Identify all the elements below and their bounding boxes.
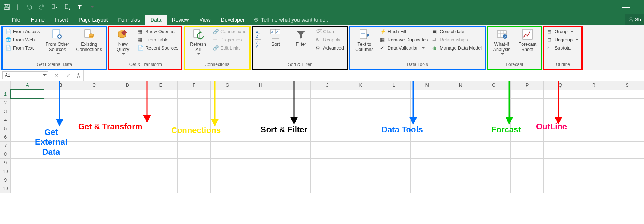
cell-I1[interactable] xyxy=(277,90,311,99)
cell-D9[interactable] xyxy=(111,159,144,167)
cell-R6[interactable] xyxy=(577,133,610,142)
col-header-Q[interactable]: Q xyxy=(544,81,577,90)
cell-B4[interactable] xyxy=(44,116,77,124)
forecast-sheet-button[interactable]: Forecast Sheet xyxy=(516,28,539,53)
cell-B3[interactable] xyxy=(44,107,77,116)
row-header-5[interactable]: 5 xyxy=(0,124,11,133)
cell-C1[interactable] xyxy=(77,90,111,99)
cell-A2[interactable] xyxy=(11,99,44,107)
cell-M1[interactable] xyxy=(411,90,444,99)
cell-O7[interactable] xyxy=(477,142,511,150)
cell-O5[interactable] xyxy=(477,124,511,133)
cell-J2[interactable] xyxy=(310,99,344,107)
cell-O6[interactable] xyxy=(477,133,511,142)
cell-F6[interactable] xyxy=(177,133,211,142)
cell-M5[interactable] xyxy=(411,124,444,133)
cell-D3[interactable] xyxy=(111,107,144,116)
cell-I9[interactable] xyxy=(277,176,311,184)
cell-S1[interactable] xyxy=(610,90,644,99)
row-header-3[interactable]: 3 xyxy=(0,107,11,116)
cell-E7[interactable] xyxy=(144,142,178,150)
row-header-9[interactable]: 9 xyxy=(0,176,11,184)
cell-J10[interactable] xyxy=(310,167,344,176)
cell-J4[interactable] xyxy=(310,116,344,124)
cell-A6[interactable] xyxy=(11,133,44,142)
cell-G6[interactable] xyxy=(211,133,244,142)
cell-P4[interactable] xyxy=(510,116,544,124)
cell-C6[interactable] xyxy=(77,133,111,142)
tab-formulas[interactable]: Formulas xyxy=(113,15,145,25)
cell-P7[interactable] xyxy=(510,142,544,150)
cell-I9[interactable] xyxy=(277,159,311,167)
qat-dropdown-icon[interactable] xyxy=(89,4,92,10)
cell-R9[interactable] xyxy=(577,176,610,184)
cell-R9[interactable] xyxy=(577,159,610,167)
cell-D6[interactable] xyxy=(111,133,144,142)
cell-M8[interactable] xyxy=(411,150,444,159)
tab-view[interactable]: View xyxy=(194,15,216,25)
cell-S8[interactable] xyxy=(610,150,644,159)
cell-F9[interactable] xyxy=(177,176,211,184)
cell-O10[interactable] xyxy=(477,167,511,176)
cell-N9[interactable] xyxy=(444,159,477,167)
from-table-button[interactable]: ▦From Table xyxy=(136,36,180,44)
cell-J1[interactable] xyxy=(310,90,344,99)
cell-S7[interactable] xyxy=(610,142,644,150)
cell-F3[interactable] xyxy=(177,107,211,116)
cell-G5[interactable] xyxy=(211,124,244,133)
cell-D5[interactable] xyxy=(111,124,144,133)
cell-A7[interactable] xyxy=(11,142,44,150)
cell-K4[interactable] xyxy=(344,116,377,124)
cell-E9[interactable] xyxy=(144,176,178,184)
cell-I2[interactable] xyxy=(277,99,311,107)
cell-Q3[interactable] xyxy=(544,107,577,116)
col-header-A[interactable]: A xyxy=(11,81,44,90)
cell-K10[interactable] xyxy=(344,184,377,193)
col-header-P[interactable]: P xyxy=(510,81,544,90)
sort-button[interactable]: ZA Sort xyxy=(264,28,287,48)
cell-H2[interactable] xyxy=(244,99,277,107)
text-to-columns-button[interactable]: Text to Columns xyxy=(352,28,377,53)
filter-icon[interactable] xyxy=(77,4,83,10)
cell-R10[interactable] xyxy=(577,167,610,176)
cell-E10[interactable] xyxy=(144,167,178,176)
cell-P5[interactable] xyxy=(510,124,544,133)
cell-C10[interactable] xyxy=(77,167,111,176)
row-header-4[interactable]: 4 xyxy=(0,116,11,124)
cell-Q5[interactable] xyxy=(544,124,577,133)
cell-A4[interactable] xyxy=(11,116,44,124)
row-header-10[interactable]: 10 xyxy=(0,184,11,193)
cell-F9[interactable] xyxy=(177,159,211,167)
cell-L3[interactable] xyxy=(377,107,411,116)
cell-L4[interactable] xyxy=(377,116,411,124)
cell-N10[interactable] xyxy=(444,167,477,176)
sort-asc-button[interactable]: A↓Z xyxy=(255,29,262,40)
tab-home[interactable]: Home xyxy=(26,15,50,25)
cell-H1[interactable] xyxy=(244,90,277,99)
cell-N2[interactable] xyxy=(444,99,477,107)
cell-K7[interactable] xyxy=(344,142,377,150)
col-header-N[interactable]: N xyxy=(444,81,477,90)
cell-H9[interactable] xyxy=(244,159,277,167)
sort-desc-button[interactable]: Z↓A xyxy=(255,40,262,50)
cell-K8[interactable] xyxy=(344,150,377,159)
cell-L9[interactable] xyxy=(377,159,411,167)
remove-duplicates-button[interactable]: ▦Remove Duplicates xyxy=(379,36,429,44)
data-validation-button[interactable]: ✔Data Validation xyxy=(379,44,429,52)
row-header-2[interactable]: 2 xyxy=(0,99,11,107)
cell-L10[interactable] xyxy=(377,184,411,193)
cell-P2[interactable] xyxy=(510,99,544,107)
cell-M10[interactable] xyxy=(411,167,444,176)
cell-H8[interactable] xyxy=(244,150,277,159)
cell-J6[interactable] xyxy=(310,133,344,142)
cell-K5[interactable] xyxy=(344,124,377,133)
cell-H6[interactable] xyxy=(244,133,277,142)
cell-G1[interactable] xyxy=(211,90,244,99)
cell-C8[interactable] xyxy=(77,150,111,159)
cell-A1[interactable] xyxy=(11,90,44,99)
row-header-6[interactable]: 6 xyxy=(0,133,11,142)
connections-button[interactable]: 🔗Connections xyxy=(211,28,248,36)
cell-M9[interactable] xyxy=(411,176,444,184)
cell-O9[interactable] xyxy=(477,176,511,184)
cell-B9[interactable] xyxy=(44,176,77,184)
